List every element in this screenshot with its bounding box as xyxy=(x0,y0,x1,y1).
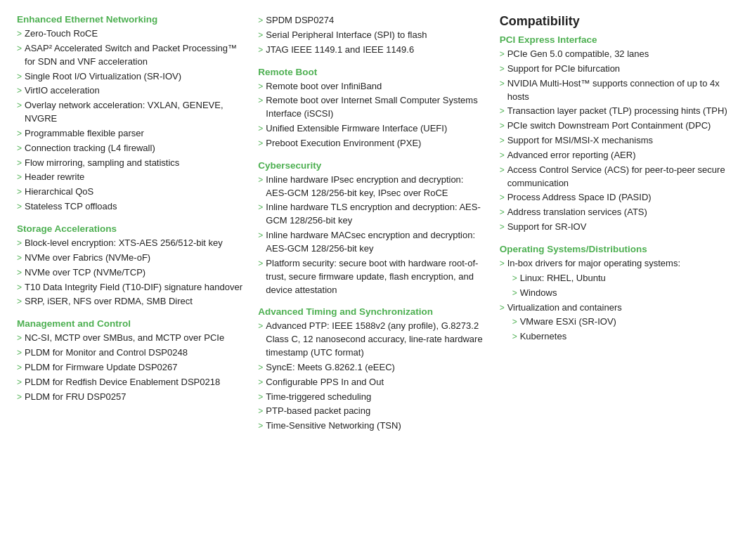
arrow-icon: > xyxy=(17,28,22,40)
compatibility-heading: Compatibility xyxy=(500,14,728,29)
arrow-icon: > xyxy=(500,207,505,219)
list-item: >Hierarchical QoS xyxy=(17,185,245,199)
arrow-icon: > xyxy=(17,100,22,112)
sub-arrow-icon: > xyxy=(512,316,517,328)
list-item: >Platform security: secure boot with har… xyxy=(258,257,486,297)
list-sub-item: >VMware ESXi (SR-IOV) xyxy=(512,315,728,329)
list-item: >PTP-based packet pacing xyxy=(258,405,486,418)
list-item: >Advanced error reporting (AER) xyxy=(500,149,728,162)
list-item: >Address translation services (ATS) xyxy=(500,206,728,219)
list-item: >PLDM for FRU DSP0257 xyxy=(17,391,245,404)
arrow-icon: > xyxy=(500,135,505,147)
list-item: >SRP, iSER, NFS over RDMA, SMB Direct xyxy=(17,295,245,308)
list-item: >Inline hardware MACsec encryption and d… xyxy=(258,229,486,256)
arrow-icon: > xyxy=(258,138,263,150)
list-item: >NC-SI, MCTP over SMBus, and MCTP over P… xyxy=(17,332,245,345)
list-item: >Inline hardware IPsec encryption and de… xyxy=(258,174,486,200)
section-title-storage: Storage Accelerations xyxy=(17,223,245,234)
arrow-icon: > xyxy=(258,95,263,107)
arrow-icon: > xyxy=(258,174,263,186)
arrow-icon: > xyxy=(258,391,263,403)
list-item: >Block-level encryption: XTS-AES 256/512… xyxy=(17,237,245,250)
list-item: >PLDM for Redfish Device Enablement DSP0… xyxy=(17,376,245,389)
section-title-cybersecurity: Cybersecurity xyxy=(258,160,486,171)
arrow-icon: > xyxy=(17,237,22,249)
main-content: Enhanced Ethernet Networking >Zero-Touch… xyxy=(17,14,728,434)
list-item: >Connection tracking (L4 firewall) xyxy=(17,142,245,155)
list-item: >T10 Data Integrity Field (T10-DIF) sign… xyxy=(17,281,245,294)
list-item: >NVMe over Fabrics (NVMe-oF) xyxy=(17,252,245,265)
arrow-icon: > xyxy=(17,157,22,169)
section-title-pci: PCI Express Interface xyxy=(500,34,728,45)
section-title-os: Operating Systems/Distributions xyxy=(500,244,728,254)
list-item: >Process Address Space ID (PASID) xyxy=(500,191,728,204)
arrow-icon: > xyxy=(17,252,22,264)
list-item: >Serial Peripheral Interface (SPI) to fl… xyxy=(258,29,486,42)
list-item: >Remote boot over InfiniBand xyxy=(258,80,486,93)
list-item: >Support for MSI/MSI-X mechanisms xyxy=(500,134,728,148)
arrow-icon: > xyxy=(17,71,22,83)
list-item: >Remote boot over Internet Small Compute… xyxy=(258,94,486,121)
arrow-icon: > xyxy=(258,15,263,27)
list-item: >PCIe switch Downstream Port Containment… xyxy=(500,119,728,133)
list-item: >Preboot Execution Environment (PXE) xyxy=(258,137,486,150)
arrow-icon: > xyxy=(258,405,263,417)
list-item: >Virtualization and containers xyxy=(500,301,728,315)
section-title-management: Management and Control xyxy=(17,318,245,329)
list-item: >Single Root I/O Virtualization (SR-IOV) xyxy=(17,70,245,84)
list-item: >Stateless TCP offloads xyxy=(17,200,245,214)
arrow-icon: > xyxy=(17,362,22,374)
list-item: >PCIe Gen 5.0 compatible, 32 lanes xyxy=(500,48,728,61)
arrow-icon: > xyxy=(17,332,22,344)
list-item: >JTAG IEEE 1149.1 and IEEE 1149.6 xyxy=(258,44,486,57)
arrow-icon: > xyxy=(258,420,263,432)
list-item: >Time-triggered scheduling xyxy=(258,391,486,404)
arrow-icon: > xyxy=(258,320,263,332)
list-item: >Overlay network acceleration: VXLAN, GE… xyxy=(17,99,245,126)
arrow-icon: > xyxy=(17,186,22,198)
list-item: >Time-Sensitive Networking (TSN) xyxy=(258,419,486,433)
arrow-icon: > xyxy=(500,78,505,90)
list-item: >SyncE: Meets G.8262.1 (eEEC) xyxy=(258,361,486,375)
column-3: Compatibility PCI Express Interface >PCI… xyxy=(500,14,728,345)
arrow-icon: > xyxy=(500,105,505,117)
section-title-enhanced-ethernet: Enhanced Ethernet Networking xyxy=(17,14,245,25)
list-item: >Flow mirroring, sampling and statistics xyxy=(17,157,245,170)
arrow-icon: > xyxy=(258,258,263,270)
list-item: >Programmable flexible parser xyxy=(17,127,245,141)
list-item: >Inline hardware TLS encryption and decr… xyxy=(258,201,486,228)
list-item: >PLDM for Firmware Update DSP0267 xyxy=(17,361,245,375)
list-item: >Advanced PTP: IEEE 1588v2 (any profile)… xyxy=(258,320,486,360)
list-item: >In-box drivers for major operating syst… xyxy=(500,257,728,271)
list-item: >Unified Extensible Firmware Interface (… xyxy=(258,122,486,136)
arrow-icon: > xyxy=(17,391,22,403)
arrow-icon: > xyxy=(258,30,263,41)
arrow-icon: > xyxy=(17,282,22,294)
arrow-icon: > xyxy=(17,128,22,140)
arrow-icon: > xyxy=(500,48,505,60)
arrow-icon: > xyxy=(500,302,505,314)
list-item: >Access Control Service (ACS) for peer-t… xyxy=(500,164,728,190)
section-title-timing: Advanced Timing and Synchronization xyxy=(258,306,486,317)
arrow-icon: > xyxy=(17,143,22,155)
arrow-icon: > xyxy=(17,43,22,55)
arrow-icon: > xyxy=(258,202,263,214)
arrow-icon: > xyxy=(258,377,263,389)
list-item: >Header rewrite xyxy=(17,171,245,184)
section-continuation: >SPDM DSP0274 >Serial Peripheral Interfa… xyxy=(258,14,486,57)
arrow-icon: > xyxy=(258,44,263,56)
list-item: >Configurable PPS In and Out xyxy=(258,376,486,389)
section-title-remote-boot: Remote Boot xyxy=(258,67,486,77)
arrow-icon: > xyxy=(258,81,263,93)
arrow-icon: > xyxy=(17,347,22,359)
list-sub-item: >Kubernetes xyxy=(512,330,728,344)
column-1: Enhanced Ethernet Networking >Zero-Touch… xyxy=(17,14,258,405)
arrow-icon: > xyxy=(500,221,505,233)
list-item: >VirtIO acceleration xyxy=(17,84,245,98)
sub-arrow-icon: > xyxy=(512,331,517,343)
arrow-icon: > xyxy=(500,258,505,270)
arrow-icon: > xyxy=(258,230,263,242)
sub-arrow-icon: > xyxy=(512,287,517,299)
list-item: >NVMe over TCP (NVMe/TCP) xyxy=(17,266,245,280)
list-item: >Zero-Touch RoCE xyxy=(17,27,245,41)
